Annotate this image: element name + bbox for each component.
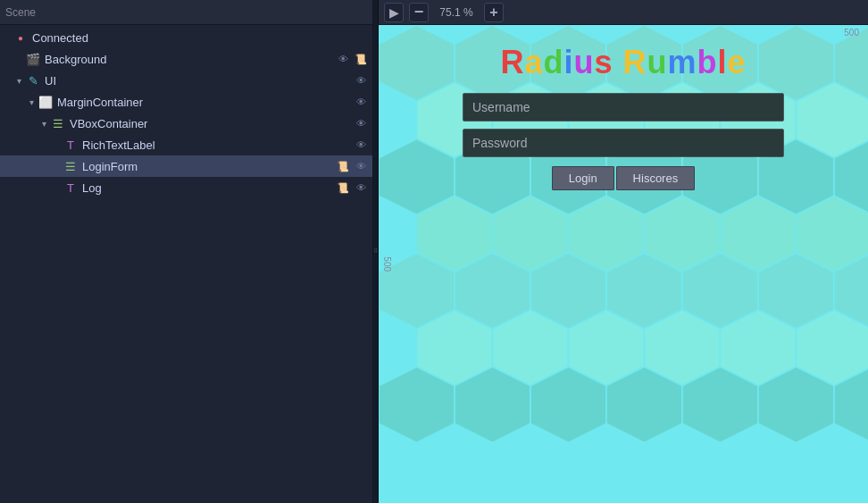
preview-panel: ▶ − 75.1 % + xyxy=(379,0,868,503)
tree-actions-richtextlabel: 👁 xyxy=(353,137,369,153)
tree-item-background[interactable]: 🎬Background👁📜 xyxy=(0,48,372,70)
node-icon-connected: ● xyxy=(13,29,29,46)
title-letter-a: a xyxy=(524,44,543,80)
tree-arrow-ui[interactable]: ▾ xyxy=(13,76,25,86)
app-layout: Scene ●Connected 🎬Background👁📜▾✎UI👁▾⬜Mar… xyxy=(0,0,868,503)
tree-label-log: Log xyxy=(82,181,335,195)
scene-toolbar: Scene xyxy=(0,0,372,25)
tree-actions-log: 📜👁 xyxy=(335,180,369,196)
scene-tree: ●Connected 🎬Background👁📜▾✎UI👁▾⬜MarginCon… xyxy=(0,25,372,503)
username-input[interactable] xyxy=(463,93,784,122)
node-icon-richtextlabel: T xyxy=(63,137,79,153)
tree-arrow-margincontainer[interactable]: ▾ xyxy=(25,97,38,107)
tree-actions-vboxcontainer: 👁 xyxy=(353,115,369,131)
tree-label-ui: UI xyxy=(45,74,353,88)
game-title: Radius Rumble xyxy=(500,45,746,80)
tree-item-ui[interactable]: ▾✎UI👁 xyxy=(0,70,372,91)
login-buttons-row: Login Hiscores xyxy=(552,166,695,190)
tree-label-richtextlabel: RichTextLabel xyxy=(82,138,353,152)
tree-item-vboxcontainer[interactable]: ▾☰VBoxContainer👁 xyxy=(0,113,372,134)
tree-item-log[interactable]: TLog📜👁 xyxy=(0,177,372,198)
zoom-level: 75.1 % xyxy=(434,6,479,19)
tree-label-vboxcontainer: VBoxContainer xyxy=(70,117,353,130)
title-letter-b: b xyxy=(697,44,718,80)
node-icon-background: 🎬 xyxy=(25,51,41,67)
tree-actions-margincontainer: 👁 xyxy=(353,94,369,110)
tree-item-richtextlabel[interactable]: TRichTextLabel👁 xyxy=(0,134,372,155)
script-btn-loginform[interactable]: 📜 xyxy=(335,158,351,174)
title-letter-d: d xyxy=(543,44,563,80)
scene-panel: Scene ●Connected 🎬Background👁📜▾✎UI👁▾⬜Mar… xyxy=(0,0,373,503)
password-input[interactable] xyxy=(463,129,784,157)
visibility-btn-ui[interactable]: 👁 xyxy=(353,72,369,88)
tree-label-margincontainer: MarginContainer xyxy=(57,96,353,109)
login-button[interactable]: Login xyxy=(552,166,614,190)
tree-item-loginform[interactable]: ☰LoginForm📜👁 xyxy=(0,155,372,177)
zoom-out-button[interactable]: − xyxy=(409,3,429,22)
script-btn-log[interactable]: 📜 xyxy=(335,180,351,196)
tree-item-margincontainer[interactable]: ▾⬜MarginContainer👁 xyxy=(0,91,372,113)
visibility-btn-loginform[interactable]: 👁 xyxy=(353,158,369,174)
title-letter-m: m xyxy=(668,44,697,80)
title-letter-R2: R xyxy=(623,44,647,80)
title-letter-R: R xyxy=(500,44,524,80)
node-icon-loginform: ☰ xyxy=(63,158,79,174)
tree-actions-loginform: 📜👁 xyxy=(335,158,369,174)
game-preview: 500 500 Radius Rumble Login Hiscores xyxy=(379,25,868,503)
visibility-btn-vboxcontainer[interactable]: 👁 xyxy=(353,115,369,131)
tree-label-background: Background xyxy=(45,53,335,66)
tree-label-loginform: LoginForm xyxy=(82,160,335,173)
node-icon-vboxcontainer: ☰ xyxy=(50,115,66,131)
game-ui-overlay: Radius Rumble Login Hiscores xyxy=(379,25,868,503)
scene-play-button[interactable]: ▶ xyxy=(384,3,404,22)
visibility-btn-background[interactable]: 👁 xyxy=(335,51,351,67)
hiscores-button[interactable]: Hiscores xyxy=(616,166,696,190)
title-letter-u: u xyxy=(573,44,594,80)
tree-actions-ui: 👁 xyxy=(353,72,369,88)
tree-arrow-vboxcontainer[interactable]: ▾ xyxy=(38,119,50,129)
tree-label-connected: Connected xyxy=(32,31,369,45)
node-icon-log: T xyxy=(63,180,79,196)
tree-item-connected[interactable]: ●Connected xyxy=(0,27,372,48)
zoom-in-button[interactable]: + xyxy=(484,3,504,22)
tree-actions-background: 👁📜 xyxy=(335,51,369,67)
title-letter-s: s xyxy=(594,44,613,80)
title-letter-l: l xyxy=(718,44,728,80)
login-form: Login Hiscores xyxy=(463,93,784,190)
visibility-btn-richtextlabel[interactable]: 👁 xyxy=(353,137,369,153)
node-icon-margincontainer: ⬜ xyxy=(38,94,54,110)
visibility-btn-log[interactable]: 👁 xyxy=(353,180,369,196)
node-icon-ui: ✎ xyxy=(25,72,41,88)
preview-toolbar: ▶ − 75.1 % + xyxy=(379,0,868,25)
title-space xyxy=(613,44,623,80)
visibility-btn-margincontainer[interactable]: 👁 xyxy=(353,94,369,110)
title-letter-u2: u xyxy=(647,44,668,80)
title-letter-e: e xyxy=(728,44,747,80)
script-btn-background[interactable]: 📜 xyxy=(353,51,369,67)
scene-label: Scene xyxy=(5,6,36,19)
title-letter-i: i xyxy=(563,44,573,80)
